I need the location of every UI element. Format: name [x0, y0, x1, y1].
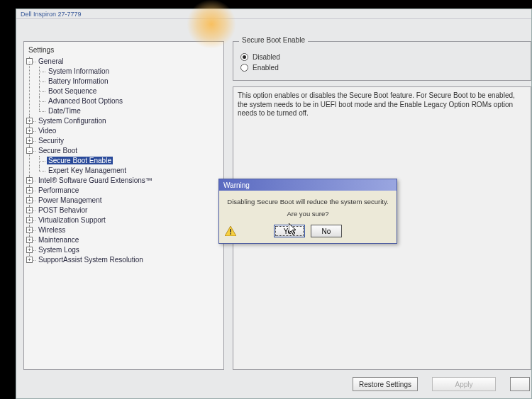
- tree-item-general[interactable]: General: [37, 57, 65, 65]
- bottom-bar: Restore Settings Apply: [16, 374, 531, 394]
- no-button[interactable]: No: [311, 225, 342, 237]
- group-legend: Secure Boot Enable: [239, 36, 308, 44]
- dialog-title: Warning: [219, 179, 397, 191]
- settings-tree-panel: Settings - General System Information Ba…: [23, 41, 224, 370]
- tree-item-expert-key-management[interactable]: Expert Key Management: [47, 167, 128, 174]
- tree-item-intel-sgx[interactable]: Intel® Software Guard Extensions™: [37, 176, 154, 184]
- expander-icon[interactable]: +: [26, 187, 33, 193]
- expander-icon[interactable]: +: [26, 247, 33, 253]
- tree-item-maintenance[interactable]: Maintenance: [37, 236, 80, 244]
- expander-icon[interactable]: +: [26, 217, 33, 223]
- svg-rect-1: [230, 229, 231, 232]
- expander-icon[interactable]: +: [26, 128, 33, 134]
- expander-icon[interactable]: +: [26, 177, 33, 184]
- expander-icon[interactable]: +: [26, 118, 33, 124]
- expander-icon[interactable]: +: [26, 257, 33, 263]
- expander-icon[interactable]: -: [26, 58, 33, 64]
- apply-button[interactable]: Apply: [432, 377, 496, 391]
- tree-item-supportassist[interactable]: SupportAssist System Resolution: [37, 256, 145, 264]
- expander-icon[interactable]: -: [26, 147, 33, 154]
- secure-boot-enable-group: Secure Boot Enable Disabled Enabled: [233, 41, 531, 81]
- expander-icon[interactable]: +: [26, 207, 33, 213]
- expander-icon[interactable]: +: [26, 237, 33, 243]
- expander-icon[interactable]: +: [26, 137, 33, 144]
- tree-item-secure-boot-enable[interactable]: Secure Boot Enable: [47, 157, 113, 164]
- tree-item-post-behavior[interactable]: POST Behavior: [37, 206, 89, 214]
- tree-item-video[interactable]: Video: [37, 127, 57, 135]
- tree-item-virtualization-support[interactable]: Virtualization Support: [37, 216, 107, 224]
- tree-root-label[interactable]: Settings: [27, 45, 221, 57]
- tree-item-security[interactable]: Security: [37, 137, 65, 145]
- dialog-message: Disabling Secure Boot will reduce the sy…: [225, 198, 391, 206]
- restore-settings-button[interactable]: Restore Settings: [353, 377, 418, 391]
- tree-item-wireless[interactable]: Wireless: [37, 226, 67, 234]
- tree-item-system-logs[interactable]: System Logs: [37, 246, 81, 254]
- dialog-prompt: Are you sure?: [225, 210, 391, 218]
- tree-item-advanced-boot-options[interactable]: Advanced Boot Options: [47, 97, 124, 105]
- radio-enabled[interactable]: Enabled: [240, 64, 523, 72]
- tree-item-date-time[interactable]: Date/Time: [47, 107, 82, 115]
- radio-disabled[interactable]: Disabled: [240, 53, 523, 61]
- exit-button-partial[interactable]: [510, 377, 530, 391]
- radio-label: Enabled: [253, 64, 279, 72]
- yes-button[interactable]: Yes: [274, 225, 305, 237]
- tree-item-performance[interactable]: Performance: [37, 186, 80, 194]
- tree-item-secure-boot[interactable]: Secure Boot: [37, 147, 79, 154]
- window-title: Dell Inspiron 27-7779: [16, 9, 531, 19]
- tree-item-system-information[interactable]: System Information: [47, 67, 111, 75]
- svg-rect-2: [230, 233, 231, 235]
- radio-icon: [240, 64, 248, 72]
- radio-icon: [240, 53, 248, 61]
- radio-label: Disabled: [253, 53, 280, 61]
- tree-item-battery-information[interactable]: Battery Information: [47, 77, 109, 85]
- warning-icon: [225, 226, 236, 236]
- dialog-buttons: Yes No: [225, 225, 391, 237]
- settings-tree: - General System Information Battery Inf…: [27, 57, 221, 265]
- dialog-body: Disabling Secure Boot will reduce the sy…: [219, 191, 397, 243]
- expander-icon[interactable]: +: [26, 197, 33, 203]
- expander-icon[interactable]: +: [26, 227, 33, 233]
- tree-item-boot-sequence[interactable]: Boot Sequence: [47, 87, 98, 95]
- warning-dialog: Warning Disabling Secure Boot will reduc…: [218, 179, 397, 244]
- tree-item-power-management[interactable]: Power Management: [37, 196, 104, 204]
- tree-item-system-configuration[interactable]: System Configuration: [37, 117, 108, 125]
